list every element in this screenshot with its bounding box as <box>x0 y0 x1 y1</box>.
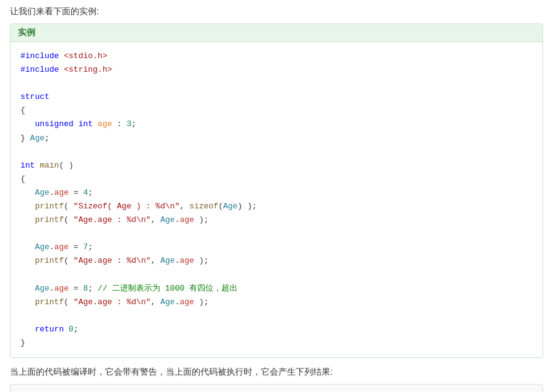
code-block: #include <stdio.h> #include <string.h> s… <box>11 42 542 357</box>
intro-text: 让我们来看下面的实例: <box>10 6 543 17</box>
example-box: 实例 #include <stdio.h> #include <string.h… <box>10 23 543 358</box>
example-title: 实例 <box>11 24 542 42</box>
output-box: Sizeof( Age ) : 4 Age.age : 4 Age.age : … <box>10 384 543 392</box>
separator-text: 当上面的代码被编译时，它会带有警告，当上面的代码被执行时，它会产生下列结果: <box>10 367 543 378</box>
